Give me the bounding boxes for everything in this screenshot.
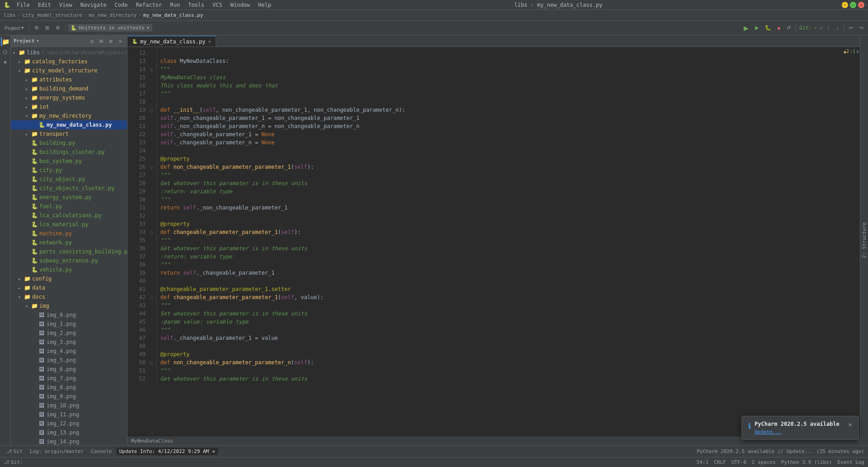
minimize-button[interactable]: ─: [842, 2, 848, 8]
menu-vcs[interactable]: VCS: [209, 1, 226, 9]
tree-item-city-objects-cluster[interactable]: 🐍 city_objects_cluster.py: [11, 184, 127, 193]
maximize-button[interactable]: □: [850, 2, 856, 8]
menu-edit[interactable]: Edit: [34, 1, 55, 9]
event-log-button[interactable]: Event Log: [837, 459, 864, 465]
debug-button[interactable]: 🐛: [762, 24, 774, 32]
menu-help[interactable]: Help: [255, 1, 275, 9]
statusbar-charset[interactable]: UTF-8: [731, 459, 746, 465]
menu-run[interactable]: Run: [166, 1, 184, 9]
favorites-icon[interactable]: ★: [1, 57, 10, 66]
tree-item-city-object[interactable]: 🐍 city_object.py: [11, 175, 127, 184]
structure-panel[interactable]: 2: Structure: [860, 35, 868, 445]
tree-item-subway[interactable]: 🐍 subway_entrance.py: [11, 256, 127, 265]
notification-update-link[interactable]: Update...: [755, 429, 782, 435]
tree-item-docs[interactable]: ▾ 📁 docs: [11, 292, 127, 301]
tab-my-new-data-class[interactable]: 🐍 my_new_data_class.py ✕: [127, 36, 216, 47]
tree-item-fuel[interactable]: 🐍 fuel.py: [11, 202, 127, 211]
tree-item-data[interactable]: ▸ 📁 data: [11, 283, 127, 292]
tree-item-network[interactable]: 🐍 network.py: [11, 238, 127, 247]
tree-item-img6[interactable]: 🖼img_6.png: [11, 365, 127, 374]
menu-tools[interactable]: Tools: [184, 1, 208, 9]
tree-item-energy-system[interactable]: 🐍 energy_system.py: [11, 193, 127, 202]
statusbar-encoding[interactable]: CRLF: [714, 459, 726, 465]
statusbar-python[interactable]: Python 3.9 (libs): [781, 459, 832, 465]
tree-item-img13[interactable]: 🖼img_13.png: [11, 428, 127, 437]
hide-panel-button[interactable]: ✕: [116, 37, 124, 45]
tree-item-img2[interactable]: 🖼img_2.png: [11, 329, 127, 338]
tree-item-img7[interactable]: 🖼img_7.png: [11, 374, 127, 383]
tree-item-energy-systems[interactable]: ▸ 📁 energy_systems: [11, 93, 127, 102]
tree-item-iot[interactable]: ▸ 📁 iot: [11, 102, 127, 111]
git-pull-button[interactable]: ↓: [834, 24, 842, 32]
tree-item-city[interactable]: 🐍 city.py: [11, 166, 127, 175]
code-content[interactable]: 12 13 class MyNewDataClass: 14 ○ """: [127, 47, 854, 436]
run-button[interactable]: ▶: [741, 23, 751, 33]
log-tool-button[interactable]: Log: origin/master: [27, 448, 86, 455]
breadcrumb-my-new-dir[interactable]: my_new_directory: [89, 12, 137, 18]
rerun-button[interactable]: ↺: [784, 24, 793, 32]
stop-button[interactable]: ■: [775, 24, 783, 32]
update-close-icon[interactable]: ✕: [212, 448, 215, 454]
menu-code[interactable]: Code: [111, 1, 132, 9]
tree-item-bus-system[interactable]: 🐍 bus_system.py: [11, 157, 127, 166]
git-tool-button[interactable]: ⎇ Git: [4, 448, 25, 455]
tree-item-building[interactable]: 🐍 building.py: [11, 138, 127, 148]
tree-item-lca-material[interactable]: 🐍 lca_material.py: [11, 220, 127, 229]
tree-item-config[interactable]: ▸ 📁 config: [11, 274, 127, 283]
tree-item-img1[interactable]: 🖼img_1.png: [11, 319, 127, 329]
tree-item-building-demand[interactable]: ▸ 📁 building_demand: [11, 84, 127, 93]
project-icon[interactable]: 📁: [1, 37, 10, 46]
tree-item-transport[interactable]: ▸ 📁 transport: [11, 129, 127, 138]
tree-item-img0[interactable]: 🖼img_0.png: [11, 310, 127, 319]
console-button[interactable]: Console: [88, 448, 114, 455]
tree-item-img11[interactable]: 🖼img_11.png: [11, 410, 127, 419]
tree-item-img12[interactable]: 🖼img_12.png: [11, 419, 127, 428]
breadcrumb-city-model[interactable]: city_model_structure: [22, 12, 82, 18]
gear-button[interactable]: ⚙: [53, 24, 63, 32]
tree-item-my-new-data-class[interactable]: 🐍 my_new_data_class.py: [11, 120, 127, 129]
collapse-icon[interactable]: ∧: [856, 49, 859, 54]
project-dropdown-button[interactable]: Project ▾: [2, 24, 27, 32]
tree-item-img5[interactable]: 🖼img_5.png: [11, 356, 127, 365]
tree-item-attributes[interactable]: ▸ 📁 attributes: [11, 75, 127, 84]
tree-item-libs[interactable]: ▾ 📁 libs C:\Users\Pilar\PycharmProjects\…: [11, 48, 127, 57]
statusbar-git[interactable]: ⎇ Git:: [4, 459, 23, 465]
tree-item-img4[interactable]: 🖼img_4.png: [11, 347, 127, 356]
menu-window[interactable]: Window: [227, 1, 254, 9]
expand-button[interactable]: ⊞: [97, 37, 105, 45]
settings-button[interactable]: ⚙: [32, 24, 42, 32]
tree-item-lca-calc[interactable]: 🐍 lca_calculations.py: [11, 211, 127, 220]
menu-file[interactable]: File: [13, 1, 33, 9]
tree-item-img3[interactable]: 🖼img_3.png: [11, 338, 127, 347]
project-dropdown-icon[interactable]: ▾: [36, 38, 39, 44]
tree-item-img9[interactable]: 🖼img_9.png: [11, 392, 127, 401]
update-info-button[interactable]: Update Info: 4/12/2022 9:29 AM ✕: [116, 448, 217, 455]
coverage-button[interactable]: ▶: [752, 24, 761, 32]
tree-item-city-model[interactable]: ▾ 📁 city_model_structure: [11, 66, 127, 75]
run-configuration[interactable]: 🐍 Unittests in unittests ▾: [68, 24, 152, 32]
tree-item-machine[interactable]: 🐍 machine.py: [11, 229, 127, 238]
tree-item-img10[interactable]: 🖼img_10.png: [11, 401, 127, 410]
tree-item-vehicle[interactable]: 🐍 vehicle.py: [11, 265, 127, 274]
menu-refactor[interactable]: Refactor: [132, 1, 165, 9]
locate-button[interactable]: ◎: [88, 37, 96, 45]
close-button[interactable]: ✕: [858, 2, 864, 8]
layout-button[interactable]: ⊞: [42, 24, 52, 32]
tab-close-button[interactable]: ✕: [208, 39, 211, 44]
tree-item-buildings-cluster[interactable]: 🐍 buildings_cluster.py: [11, 148, 127, 157]
tree-item-catalog-factories[interactable]: ▸ 📁 catalog_factories: [11, 57, 127, 66]
git-push-button[interactable]: ↑: [825, 24, 833, 32]
notification-close-button[interactable]: ✕: [849, 421, 852, 428]
settings-panel-button[interactable]: ⚙: [107, 37, 115, 45]
breadcrumb-current-file[interactable]: my_new_data_class.py: [143, 12, 203, 18]
tree-item-my-new-dir[interactable]: ▾ 📁 my_new_directory: [11, 111, 127, 120]
commit-icon[interactable]: ○: [1, 47, 10, 56]
tree-item-parts[interactable]: 🐍 parts_consisting_building.py: [11, 247, 127, 256]
menu-navigate[interactable]: Navigate: [77, 1, 110, 9]
undo-button[interactable]: ↩: [846, 24, 856, 32]
statusbar-indent[interactable]: 2 spaces: [752, 459, 776, 465]
menu-view[interactable]: View: [56, 1, 76, 9]
tree-item-img14[interactable]: 🖼img_14.png: [11, 437, 127, 445]
tree-item-img[interactable]: ▾ 📁 img: [11, 301, 127, 310]
redo-button[interactable]: ↪: [857, 24, 866, 32]
